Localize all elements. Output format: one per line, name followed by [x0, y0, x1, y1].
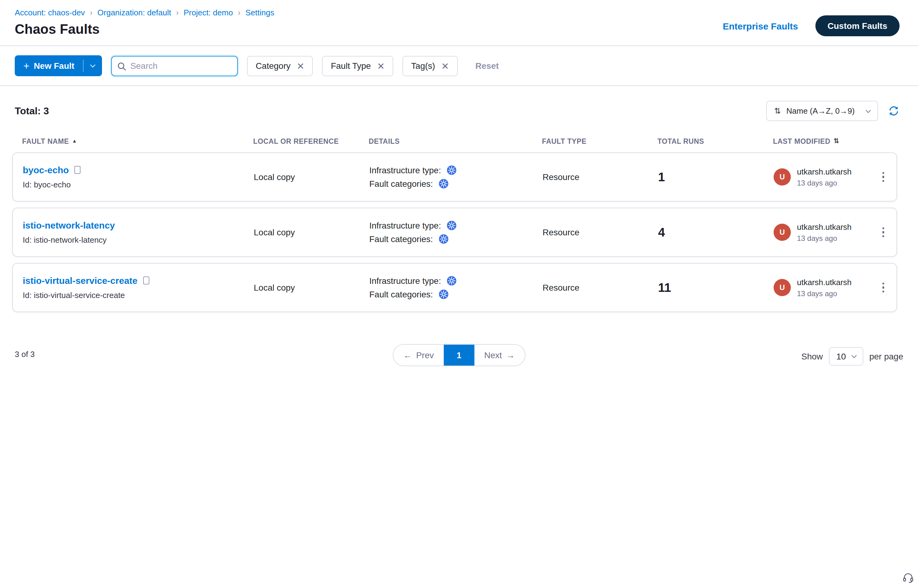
modified-time: 13 days ago	[797, 289, 852, 298]
filter-chip-label: Tag(s)	[411, 61, 435, 71]
current-page-button[interactable]: 1	[444, 345, 474, 365]
filter-chip-label: Fault Type	[331, 61, 371, 71]
column-header-total-runs: TOTAL RUNS	[658, 137, 773, 145]
filter-chip-fault-type[interactable]: Fault Type ✕	[322, 56, 393, 76]
close-icon[interactable]: ✕	[441, 61, 449, 70]
sort-ascending-icon: ▲	[72, 138, 77, 144]
table-header-row: FAULT NAME ▲ LOCAL OR REFERENCE DETAILS …	[12, 137, 897, 145]
breadcrumb-account[interactable]: Account: chaos-dev	[15, 8, 85, 17]
column-header-last-modified[interactable]: LAST MODIFIED ⇅	[773, 137, 873, 145]
new-fault-dropdown-button[interactable]	[84, 55, 102, 76]
breadcrumb: Account: chaos-dev › Organization: defau…	[15, 8, 274, 17]
row-menu-button[interactable]	[879, 170, 887, 185]
breadcrumb-settings[interactable]: Settings	[246, 8, 274, 17]
sort-dropdown[interactable]: ⇅ Name (A→Z, 0→9)	[766, 101, 878, 121]
enterprise-faults-link[interactable]: Enterprise Faults	[722, 21, 798, 31]
arrow-right-icon: →	[506, 350, 515, 360]
filter-chip-tags[interactable]: Tag(s) ✕	[402, 56, 457, 76]
close-icon[interactable]: ✕	[377, 61, 385, 70]
fault-name-link[interactable]: byoc-echo	[23, 165, 69, 175]
kubernetes-icon	[438, 289, 448, 299]
refresh-button[interactable]	[888, 105, 900, 117]
filter-chip-label: Category	[255, 61, 291, 71]
search-icon	[117, 61, 126, 71]
pagination: 3 of 3 ← Prev 1 Next → Show 10 per page	[0, 344, 918, 366]
filter-chip-category[interactable]: Category ✕	[247, 56, 313, 76]
modified-time: 13 days ago	[797, 234, 852, 242]
modified-by-user: utkarsh.utkarsh	[797, 222, 852, 231]
avatar: U	[774, 279, 791, 296]
fault-doc-icon	[74, 166, 81, 174]
column-header-fault-name[interactable]: FAULT NAME ▲	[22, 137, 253, 145]
modified-time: 13 days ago	[797, 178, 852, 187]
avatar: U	[774, 168, 791, 186]
local-or-reference: Local copy	[254, 283, 369, 292]
breadcrumb-separator: ›	[90, 8, 92, 17]
breadcrumb-organization[interactable]: Organization: default	[97, 8, 171, 17]
column-header-details: DETAILS	[368, 137, 542, 145]
kubernetes-icon	[446, 165, 456, 175]
search-input[interactable]	[111, 56, 238, 76]
next-page-button[interactable]: Next →	[474, 345, 525, 365]
sort-arrows-icon: ⇅	[774, 106, 781, 116]
fault-name-link[interactable]: istio-virtual-service-create	[23, 275, 137, 286]
help-support-button[interactable]	[902, 572, 914, 586]
new-fault-button[interactable]: + New Fault	[15, 55, 102, 76]
chevron-down-icon	[91, 62, 95, 68]
search-container	[111, 56, 238, 76]
chevron-down-icon	[851, 353, 857, 358]
per-page-label: per page	[869, 351, 903, 361]
breadcrumb-separator: ›	[238, 8, 241, 17]
top-bar-left: Account: chaos-dev › Organization: defau…	[15, 6, 274, 37]
fault-type: Resource	[543, 172, 658, 182]
row-menu-button[interactable]	[879, 225, 887, 240]
chaos-faults-page: Account: chaos-dev › Organization: defau…	[0, 0, 918, 588]
new-fault-label: New Fault	[34, 61, 74, 71]
page-size-dropdown[interactable]: 10	[829, 347, 863, 365]
prev-page-button[interactable]: ← Prev	[393, 345, 444, 365]
total-runs: 1	[658, 170, 774, 184]
table-row: istio-virtual-service-create Id: istio-v…	[12, 263, 897, 312]
toolbar: + New Fault Category ✕ Fault Type ✕ Tag(…	[0, 46, 918, 86]
avatar: U	[774, 224, 791, 241]
refresh-icon	[888, 105, 900, 117]
plus-icon: +	[23, 61, 29, 71]
modified-by-user: utkarsh.utkarsh	[797, 167, 852, 176]
infrastructure-type-label: Infrastructure type:	[369, 165, 441, 175]
pagination-summary: 3 of 3	[15, 350, 35, 359]
fault-type: Resource	[543, 283, 658, 292]
infrastructure-type-label: Infrastructure type:	[369, 221, 441, 230]
close-icon[interactable]: ✕	[297, 61, 304, 70]
total-runs: 11	[658, 281, 774, 295]
column-header-fault-type: FAULT TYPE	[542, 137, 658, 145]
sort-dropdown-value: Name (A→Z, 0→9)	[787, 106, 855, 116]
page-size-value: 10	[836, 351, 846, 361]
total-runs: 4	[658, 225, 774, 239]
custom-faults-button[interactable]: Custom Faults	[815, 15, 900, 36]
top-bar: Account: chaos-dev › Organization: defau…	[0, 0, 918, 46]
chevron-down-icon	[866, 108, 871, 113]
kubernetes-icon	[438, 234, 448, 244]
fault-id: Id: istio-virtual-service-create	[23, 291, 254, 300]
local-or-reference: Local copy	[254, 227, 369, 237]
top-bar-right: Enterprise Faults Custom Faults	[722, 15, 903, 36]
breadcrumb-separator: ›	[176, 8, 179, 17]
page-title: Chaos Faults	[15, 21, 274, 37]
kubernetes-icon	[438, 179, 448, 189]
row-menu-button[interactable]	[879, 280, 887, 295]
total-count: Total: 3	[15, 105, 49, 116]
sort-arrows-icon: ⇅	[834, 137, 839, 145]
reset-filters-button[interactable]: Reset	[475, 61, 499, 71]
table-row: istio-network-latency Id: istio-network-…	[12, 208, 897, 257]
kubernetes-icon	[446, 221, 456, 230]
fault-categories-label: Fault categories:	[369, 234, 433, 244]
breadcrumb-project[interactable]: Project: demo	[184, 8, 233, 17]
fault-type: Resource	[543, 227, 658, 237]
fault-id: Id: istio-network-latency	[23, 235, 254, 244]
table-row: byoc-echo Id: byoc-echo Local copy Infra…	[12, 152, 897, 202]
infrastructure-type-label: Infrastructure type:	[369, 276, 441, 286]
fault-name-link[interactable]: istio-network-latency	[23, 220, 115, 230]
kubernetes-icon	[446, 276, 456, 286]
arrow-left-icon: ←	[403, 350, 412, 360]
list-controls: Total: 3 ⇅ Name (A→Z, 0→9)	[15, 101, 900, 121]
